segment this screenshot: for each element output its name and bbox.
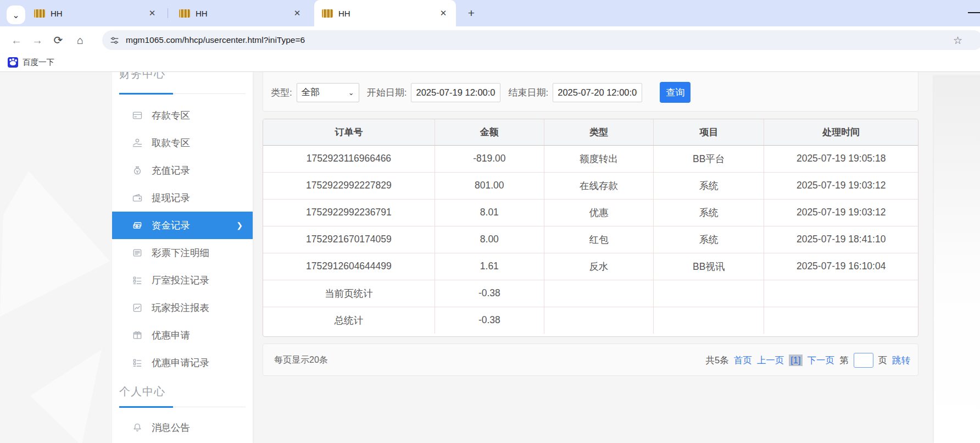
tab-close-icon[interactable]: ✕ [147, 8, 157, 18]
bookmark-baidu[interactable]: 百度一下 [8, 57, 54, 68]
cell-order-no: 1752922992227829 [263, 172, 435, 199]
jump-page-input[interactable] [854, 353, 873, 368]
site-settings-icon[interactable] [110, 36, 119, 45]
table-row: 1752922992227829801.00在线存款系统2025-07-19 1… [263, 172, 918, 199]
sidebar-item-money-bag[interactable]: 充值记录 [112, 157, 253, 184]
sidebar-section-finance-title: 财务中心 [119, 72, 165, 83]
wallet-icon [132, 192, 143, 203]
sidebar-item-block-list[interactable]: 厅室投注记录 [112, 267, 253, 294]
chevron-down-icon: ⌄ [12, 10, 19, 20]
first-page-link[interactable]: 首页 [734, 355, 752, 367]
filter-panel: 类型: 全部 ⌄ 开始日期: 结束日期: 查询 [263, 72, 918, 112]
sidebar-item-label: 存款专区 [152, 109, 190, 122]
cell-amount: -0.38 [435, 307, 544, 334]
bookmark-star-icon[interactable]: ☆ [953, 34, 962, 47]
sidebar-item-withdraw-hand[interactable]: 取款专区 [112, 129, 253, 157]
tab-close-icon[interactable]: ✕ [438, 8, 448, 18]
back-button[interactable]: ← [9, 32, 24, 48]
block-list-icon [132, 275, 143, 286]
chevron-right-icon: ❯ [236, 221, 243, 230]
sidebar-item-gift[interactable]: 优惠申请 [112, 322, 253, 349]
address-bar[interactable]: mgm1065.com/hhcp/usercenter.html?iniType… [102, 30, 980, 50]
table-row: 1752923116966466-819.00额度转出BB平台2025-07-1… [263, 145, 918, 172]
money-bag-icon [132, 165, 143, 176]
browser-tab[interactable]: HH✕ [171, 0, 310, 26]
cell-time: 2025-07-19 19:05:18 [764, 145, 918, 172]
sidebar-item-label: 资金记录 [152, 219, 190, 232]
page-prefix-label: 第 [839, 355, 849, 367]
records-table-panel: 订单号金额类型项目处理时间 1752923116966466-819.00额度转… [263, 119, 918, 337]
tab-title: HH [338, 9, 432, 18]
banknotes-icon [132, 220, 143, 231]
jump-button[interactable]: 跳转 [892, 355, 910, 367]
cell-type: 优惠 [544, 199, 653, 226]
total-count-text: 共5条 [705, 355, 728, 367]
query-button[interactable]: 查询 [660, 82, 691, 103]
end-date-input[interactable] [553, 83, 642, 102]
cell-type: 红包 [544, 226, 653, 253]
cell-order-no: 1752923116966466 [263, 145, 435, 172]
col-header-time: 处理时间 [764, 119, 918, 145]
end-date-label: 结束日期: [508, 86, 548, 99]
sidebar-item-note-list[interactable]: 彩票下注明细 [112, 239, 253, 267]
tab-search-button[interactable]: ⌄ [7, 5, 25, 24]
new-tab-button[interactable]: + [464, 6, 478, 20]
cell-amount: -0.38 [435, 280, 544, 307]
col-header-type: 类型 [544, 119, 653, 145]
sidebar-item-label: 玩家投注报表 [152, 301, 209, 314]
sidebar-item-chart[interactable]: 玩家投注报表 [112, 294, 253, 322]
baidu-icon [8, 57, 18, 68]
home-button[interactable]: ⌂ [73, 32, 88, 48]
cell-order-no: 总统计 [263, 307, 435, 334]
cell-time: 2025-07-19 19:03:12 [764, 199, 918, 226]
cell-project [653, 280, 764, 307]
forward-button[interactable]: → [30, 32, 45, 48]
sidebar-section-personal-title: 个人中心 [119, 384, 165, 399]
tab-close-icon[interactable]: ✕ [292, 8, 302, 18]
sidebar-item-block-list[interactable]: 优惠申请记录 [112, 349, 253, 376]
start-date-label: 开始日期: [367, 86, 407, 99]
cell-amount: -819.00 [435, 145, 544, 172]
col-header-amount: 金额 [435, 119, 544, 145]
sidebar-item-label: 优惠申请记录 [152, 356, 209, 369]
cell-project: 系统 [653, 172, 764, 199]
site-favicon-icon [179, 9, 190, 18]
sidebar-item-label: 消息公告 [152, 421, 190, 434]
background-triangle-decoration [0, 171, 110, 317]
cell-project: 系统 [653, 199, 764, 226]
section-divider [119, 407, 246, 407]
cell-project: BB平台 [653, 145, 764, 172]
minimize-button[interactable] [968, 12, 980, 13]
sidebar-item-wallet[interactable]: 提现记录 [112, 184, 253, 212]
reload-button[interactable]: ⟳ [51, 32, 66, 48]
cell-time: 2025-07-19 19:03:12 [764, 172, 918, 199]
type-select[interactable]: 全部 ⌄ [297, 83, 359, 102]
browser-tab[interactable]: HH✕ [314, 0, 456, 26]
sidebar-item-banknotes[interactable]: 资金记录❯ [112, 212, 253, 239]
bookmark-label: 百度一下 [23, 57, 54, 68]
sidebar-item-label: 彩票下注明细 [152, 246, 209, 259]
type-filter-label: 类型: [271, 86, 292, 99]
next-page-link[interactable]: 下一页 [808, 355, 835, 367]
table-row: 17529126046444991.61反水BB视讯2025-07-19 16:… [263, 253, 918, 280]
background-right-band [934, 75, 980, 443]
sidebar-item-deposit-card[interactable]: 存款专区 [112, 102, 253, 129]
records-table: 订单号金额类型项目处理时间 1752923116966466-819.00额度转… [263, 119, 918, 334]
chart-icon [132, 302, 143, 313]
gift-icon [132, 330, 143, 341]
page-viewport: 财务中心 存款专区取款专区充值记录提现记录资金记录❯彩票下注明细厅室投注记录玩家… [0, 72, 980, 443]
summary-row: 当前页统计-0.38 [263, 280, 918, 307]
start-date-input[interactable] [411, 83, 500, 102]
cell-time: 2025-07-19 16:10:04 [764, 253, 918, 280]
page-size-text: 每页显示20条 [274, 344, 328, 376]
sidebar-item-bell[interactable]: 消息公告 [112, 414, 253, 441]
cell-project: 系统 [653, 226, 764, 253]
sidebar-item-label: 取款专区 [152, 136, 190, 149]
prev-page-link[interactable]: 上一页 [757, 355, 784, 367]
cell-time: 2025-07-19 18:41:10 [764, 226, 918, 253]
browser-tab[interactable]: HH✕ [26, 0, 165, 26]
browser-window: ⌄ HH✕HH✕HH✕ + ← → ⟳ ⌂ mgm1065.com/hhcp/u… [0, 0, 980, 443]
cell-order-no: 当前页统计 [263, 280, 435, 307]
page-suffix-label: 页 [878, 355, 888, 367]
table-row: 17529229922367918.01优惠系统2025-07-19 19:03… [263, 199, 918, 226]
